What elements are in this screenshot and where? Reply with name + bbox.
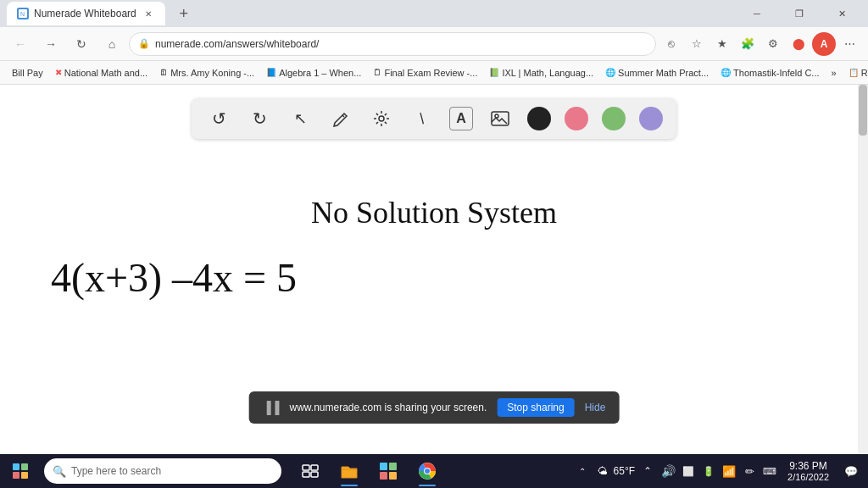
taskbar-app-store[interactable] — [370, 454, 407, 488]
color-green-button[interactable] — [602, 107, 626, 130]
extension-button[interactable]: 🧩 — [736, 32, 760, 56]
bookmark-label: Algebra 1 – When... — [279, 68, 361, 78]
text-tool-button[interactable]: A — [449, 107, 473, 130]
select-tool-button[interactable]: ↖ — [287, 105, 314, 132]
whiteboard-title: No Solution System — [311, 195, 557, 230]
bookmark-amy-koning[interactable]: 🗓 Mrs. Amy Koning -... — [154, 66, 259, 80]
close-button[interactable]: ✕ — [822, 0, 861, 27]
pencil-tool-button[interactable] — [327, 105, 354, 132]
svg-rect-6 — [311, 465, 318, 470]
image-tool-button[interactable] — [487, 105, 514, 132]
color-purple-button[interactable] — [639, 107, 663, 130]
tools-button[interactable] — [368, 105, 395, 132]
tray-weather-icon[interactable]: 🌤 — [593, 454, 612, 488]
bookmark-thomastik[interactable]: 🌐 Thomastik-Infeld C... — [715, 66, 824, 80]
share-page-button[interactable]: ⎋ — [659, 32, 683, 56]
redo-button[interactable]: ↻ — [246, 105, 273, 132]
screenshare-indicator[interactable]: ⬤ — [787, 32, 810, 56]
maximize-button[interactable]: ❐ — [780, 0, 819, 27]
bookmark-summer-math[interactable]: 🌐 Summer Math Pract... — [600, 66, 714, 80]
bookmark-label: IXL | Math, Languag... — [502, 68, 593, 78]
bookmark-algebra[interactable]: 📘 Algebra 1 – When... — [261, 66, 366, 80]
back-button[interactable]: ← — [7, 30, 34, 58]
notification-button[interactable]: 💬 — [837, 454, 865, 488]
tray-network-icon[interactable]: ⌃ — [638, 454, 657, 488]
nav-bar: ← → ↻ ⌂ 🔒 numerade.com/answers/whiteboar… — [0, 27, 868, 61]
collections-button[interactable]: ★ — [710, 32, 734, 56]
bookmark-label: Reading list — [861, 68, 868, 78]
new-tab-button[interactable]: + — [172, 2, 196, 25]
windows-icon — [13, 463, 28, 479]
address-bar[interactable]: 🔒 numerade.com/answers/whiteboard/ — [129, 32, 656, 56]
svg-rect-12 — [389, 472, 397, 480]
bookmarks-more-button[interactable]: » — [826, 66, 842, 80]
taskbar-app-taskview[interactable] — [292, 454, 329, 488]
svg-rect-11 — [380, 472, 387, 480]
bookmark-ixl[interactable]: 📗 IXL | Math, Languag... — [484, 66, 598, 80]
taskbar-app-chrome[interactable] — [409, 454, 446, 488]
tray-keyboard-icon[interactable]: ⌨ — [760, 454, 779, 488]
color-black-button[interactable] — [527, 107, 551, 130]
bookmark-final-exam[interactable]: 🗒 Final Exam Review -... — [368, 66, 482, 80]
bookmark-national-math[interactable]: ✖ National Math and... — [50, 66, 153, 80]
home-button[interactable]: ⌂ — [98, 30, 125, 58]
taskview-icon — [300, 461, 320, 481]
bookmark-label: Thomastik-Infeld C... — [733, 68, 819, 78]
tab-close-button[interactable]: ✕ — [142, 7, 155, 20]
taskbar: 🔍 Type here to search — [0, 454, 868, 488]
scrollbar-thumb[interactable] — [859, 85, 867, 136]
undo-button[interactable]: ↺ — [205, 105, 232, 132]
bookmarks-bar: Bill Pay ✖ National Math and... 🗓 Mrs. A… — [0, 61, 868, 85]
svg-point-15 — [425, 469, 430, 474]
taskbar-clock[interactable]: 9:36 PM 2/16/2022 — [781, 460, 836, 482]
whiteboard-equation: 4(x+3) –4x = 5 — [51, 254, 297, 301]
bookmark-label: Final Exam Review -... — [384, 68, 477, 78]
refresh-button[interactable]: ↻ — [68, 30, 95, 58]
bookmark-bill-pay[interactable]: Bill Pay — [7, 66, 48, 80]
bookmark-label: Bill Pay — [12, 68, 43, 78]
profile-button[interactable]: A — [812, 32, 836, 56]
share-indicator-icon: ▐▐ — [263, 401, 280, 414]
title-bar: N Numerade Whiteboard ✕ + ─ ❐ ✕ — [0, 0, 868, 27]
window-controls: ─ ❐ ✕ — [737, 0, 861, 27]
taskbar-search-bar[interactable]: 🔍 Type here to search — [44, 458, 281, 484]
tray-pen-icon[interactable]: ✏ — [740, 454, 759, 488]
system-tray: ⌃ 🌤 65°F ⌃ 🔊 ⬜ 🔋 📶 ✏ ⌨ 9:36 PM 2/16/2022… — [573, 454, 868, 488]
favorite-button[interactable]: ☆ — [685, 32, 709, 56]
taskbar-app-fileexplorer[interactable] — [331, 454, 368, 488]
forward-button[interactable]: → — [37, 30, 64, 58]
minimize-button[interactable]: ─ — [737, 0, 776, 27]
main-content: ↺ ↻ ↖ / A — [0, 85, 868, 454]
color-pink-button[interactable] — [565, 107, 588, 130]
tray-tablet-icon[interactable]: ⬜ — [679, 454, 698, 488]
line-tool-button[interactable]: / — [403, 100, 441, 137]
tray-speaker-icon[interactable]: 🔊 — [659, 454, 677, 488]
tab-title: Numerade Whiteboard — [34, 8, 136, 19]
extensions-more-button[interactable]: ⚙ — [761, 32, 785, 56]
lock-icon: 🔒 — [138, 38, 150, 49]
browser-tab[interactable]: N Numerade Whiteboard ✕ — [7, 2, 165, 25]
bookmark-reading-list[interactable]: 📋 Reading list — [843, 66, 868, 80]
scrollbar[interactable] — [858, 85, 868, 454]
taskbar-search-icon: 🔍 — [53, 465, 66, 478]
tray-wifi-icon[interactable]: 📶 — [720, 454, 738, 488]
stop-sharing-button[interactable]: Stop sharing — [497, 398, 574, 417]
share-banner-text: www.numerade.com is sharing your screen. — [290, 402, 487, 413]
tray-arrow-icon[interactable]: ⌃ — [573, 454, 592, 488]
tray-battery-icon[interactable]: 🔋 — [699, 454, 718, 488]
svg-point-2 — [379, 116, 384, 121]
svg-text:N: N — [20, 11, 25, 17]
bookmark-label: Mrs. Amy Koning -... — [170, 68, 254, 78]
settings-button[interactable]: ⋯ — [837, 32, 861, 56]
file-explorer-icon — [339, 461, 359, 481]
store-icon — [378, 461, 398, 481]
taskbar-time: 9:36 PM — [789, 460, 827, 472]
hide-banner-button[interactable]: Hide — [585, 402, 606, 413]
address-text: numerade.com/answers/whiteboard/ — [155, 38, 647, 50]
tab-favicon: N — [17, 8, 29, 19]
start-button[interactable] — [0, 454, 41, 488]
svg-rect-8 — [311, 472, 318, 477]
whiteboard-toolbar: ↺ ↻ ↖ / A — [192, 98, 676, 139]
bookmark-label: Summer Math Pract... — [618, 68, 709, 78]
taskbar-date: 2/16/2022 — [787, 472, 829, 482]
